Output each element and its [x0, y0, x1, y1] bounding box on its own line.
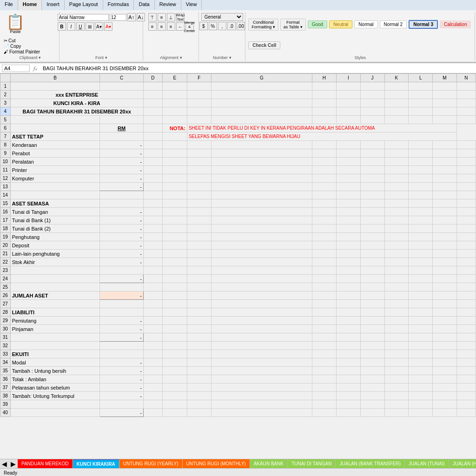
normal3-style-button[interactable]: Normal 3	[409, 20, 438, 29]
cell-m13[interactable]	[433, 183, 457, 191]
cell-i31[interactable]	[336, 333, 360, 342]
cell-m19[interactable]	[433, 233, 457, 241]
cell-i18[interactable]	[336, 225, 360, 233]
cell-g10[interactable]	[211, 158, 312, 166]
cell-c33[interactable]	[100, 350, 143, 358]
increase-font-button[interactable]: A↑	[127, 13, 136, 21]
sheet-tab-jualan-tunai[interactable]: JUALAN (TUNAI)	[405, 459, 449, 469]
cell-n16[interactable]	[456, 208, 476, 216]
cell-c29[interactable]: -	[100, 317, 143, 325]
cell-j24[interactable]	[360, 275, 384, 283]
cell-b20[interactable]: Deposit	[10, 241, 100, 250]
cell-e37[interactable]	[162, 383, 187, 392]
cell-e20[interactable]	[162, 241, 187, 250]
cell-d20[interactable]	[143, 241, 162, 250]
cell-h28[interactable]	[312, 308, 337, 317]
cell-e16[interactable]	[162, 208, 187, 216]
cell-g38[interactable]	[211, 392, 312, 400]
cell-b18[interactable]: Tunai di Bank (2)	[10, 225, 100, 233]
cell-l40[interactable]	[409, 409, 433, 417]
cell-j8[interactable]	[360, 141, 384, 149]
increase-decimal-button[interactable]: .00	[237, 22, 245, 30]
percent-button[interactable]: %	[209, 22, 217, 30]
cell-e24[interactable]	[162, 275, 187, 283]
cell-n2[interactable]	[456, 91, 476, 99]
font-color-button[interactable]: A▾	[104, 22, 112, 31]
cell-e9[interactable]	[162, 149, 187, 158]
cell-f14[interactable]	[187, 191, 211, 199]
cell-l15[interactable]	[409, 199, 433, 208]
cell-e39[interactable]	[162, 400, 187, 409]
cell-c12[interactable]: -	[100, 174, 143, 183]
cell-k28[interactable]	[384, 308, 409, 317]
cell-d24[interactable]	[143, 275, 162, 283]
cell-g32[interactable]	[211, 342, 312, 350]
cell-m38[interactable]	[433, 392, 457, 400]
cell-g34[interactable]	[211, 358, 312, 367]
number-format-select[interactable]: General	[201, 13, 243, 21]
cell-m20[interactable]	[433, 241, 457, 250]
cell-b22[interactable]: Stok Akhir	[10, 258, 100, 266]
cell-k3[interactable]	[384, 99, 409, 107]
cell-k35[interactable]	[384, 367, 409, 375]
cell-g17[interactable]	[211, 216, 312, 225]
cell-m30[interactable]	[433, 325, 457, 333]
cell-e18[interactable]	[162, 225, 187, 233]
cell-h39[interactable]	[312, 400, 337, 409]
cell-i8[interactable]	[336, 141, 360, 149]
cell-n24[interactable]	[456, 275, 476, 283]
cell-c10[interactable]: -	[100, 158, 143, 166]
cell-b36[interactable]: Tolak : Ambilan	[10, 375, 100, 383]
cell-g23[interactable]	[211, 266, 312, 275]
cell-k24[interactable]	[384, 275, 409, 283]
cell-e11[interactable]	[162, 166, 187, 174]
cell-l18[interactable]	[409, 225, 433, 233]
cell-h14[interactable]	[312, 191, 337, 199]
cell-n37[interactable]	[456, 383, 476, 392]
cell-reference-input[interactable]	[2, 65, 30, 72]
cell-f13[interactable]	[187, 183, 211, 191]
cell-e10[interactable]	[162, 158, 187, 166]
cell-l13[interactable]	[409, 183, 433, 191]
cell-m2[interactable]	[433, 91, 457, 99]
cell-h5[interactable]	[312, 116, 337, 124]
col-header-b[interactable]: B	[10, 74, 100, 82]
cell-i36[interactable]	[336, 375, 360, 383]
sheet-tab-kunci[interactable]: KUNCI KIRAKIRA	[73, 459, 119, 469]
cell-f34[interactable]	[187, 358, 211, 367]
cell-i27[interactable]	[336, 300, 360, 308]
cell-n1[interactable]	[456, 82, 476, 91]
cell-n4[interactable]	[456, 107, 476, 116]
cell-d17[interactable]	[143, 216, 162, 225]
cell-f2[interactable]	[187, 91, 211, 99]
cell-d16[interactable]	[143, 208, 162, 216]
cell-f22[interactable]	[187, 258, 211, 266]
cell-m9[interactable]	[433, 149, 457, 158]
cell-i3[interactable]	[336, 99, 360, 107]
cell-n3[interactable]	[456, 99, 476, 107]
cell-k10[interactable]	[384, 158, 409, 166]
cell-f12[interactable]	[187, 174, 211, 183]
cell-b32[interactable]	[10, 342, 100, 350]
cell-n26[interactable]	[456, 291, 476, 300]
cell-j33[interactable]	[360, 350, 384, 358]
cell-b14[interactable]	[10, 191, 100, 199]
cell-h4[interactable]	[312, 107, 337, 116]
cell-m16[interactable]	[433, 208, 457, 216]
col-header-n[interactable]: N	[456, 74, 476, 82]
cell-b27[interactable]	[10, 300, 100, 308]
cell-d32[interactable]	[143, 342, 162, 350]
cell-k9[interactable]	[384, 149, 409, 158]
cell-c20[interactable]: -	[100, 241, 143, 250]
cell-e21[interactable]	[162, 250, 187, 258]
cell-m14[interactable]	[433, 191, 457, 199]
cell-n13[interactable]	[456, 183, 476, 191]
cell-g5[interactable]	[211, 116, 312, 124]
cell-f40[interactable]	[187, 409, 211, 417]
cell-i40[interactable]	[336, 409, 360, 417]
col-header-m[interactable]: M	[433, 74, 457, 82]
cell-b5[interactable]	[10, 116, 100, 124]
cell-b31[interactable]	[10, 333, 100, 342]
cell-h38[interactable]	[312, 392, 337, 400]
cell-f5[interactable]	[187, 116, 211, 124]
